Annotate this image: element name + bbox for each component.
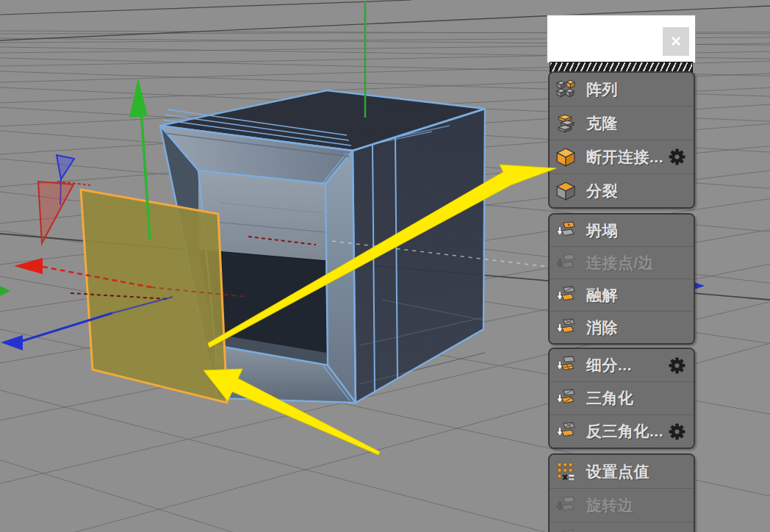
settings-gear-icon[interactable]	[667, 356, 687, 375]
connect-points-edges-icon	[555, 253, 576, 273]
close-icon: ✕	[670, 34, 682, 49]
menu-group-objects: 阵列 克隆 断开连接...	[548, 71, 695, 209]
close-button[interactable]: ✕	[663, 27, 689, 56]
menu-item-triangulate[interactable]: 三角化	[550, 382, 694, 415]
menu-item-partial[interactable]	[550, 522, 694, 532]
menu-item-label: 坍塌	[586, 220, 618, 241]
menu-group-subdivide: 细分... 三角化	[548, 348, 695, 449]
menu-item-untriangulate[interactable]: 反三角化...	[550, 415, 694, 447]
menu-item-collapse[interactable]: 坍塌	[550, 215, 694, 247]
menu-item-label: 细分...	[586, 355, 632, 375]
app-screen: { "search_box": { "value": "", "placehol…	[0, 0, 770, 532]
partial-planes-icon	[555, 529, 576, 532]
split-cube-icon	[555, 181, 576, 201]
menu-item-label: 融解	[586, 285, 618, 306]
selected-polygon-plane[interactable]	[81, 190, 227, 403]
set-point-value-icon	[555, 461, 576, 482]
array-cubes-icon	[555, 79, 576, 100]
menu-item-label: 连接点/边	[586, 253, 654, 273]
menu-item-label: 分裂	[586, 181, 618, 201]
menu-item-label: 设置点值	[586, 461, 650, 482]
subdivide-planes-icon	[555, 355, 576, 375]
menu-item-clone[interactable]: 克隆	[550, 107, 694, 140]
cube-front-right-band	[325, 151, 356, 403]
disconnect-cube-icon	[555, 147, 576, 168]
collapse-planes-icon	[555, 220, 576, 241]
menu-item-subdivide[interactable]: 细分...	[550, 349, 694, 382]
menu-item-disconnect[interactable]: 断开连接...	[550, 140, 694, 174]
menu-item-label: 旋转边	[586, 495, 634, 516]
menu-item-label: 三角化	[586, 388, 634, 409]
menu-item-set-point-value[interactable]: 设置点值	[550, 455, 694, 489]
menu-item-label: 消除	[586, 317, 618, 338]
settings-gear-icon[interactable]	[667, 422, 687, 442]
rotate-edge-icon	[555, 495, 576, 516]
triangulate-planes-icon	[555, 388, 576, 409]
settings-gear-icon[interactable]	[667, 147, 687, 167]
search-box: ✕	[547, 15, 695, 62]
menu-group-points: 设置点值 旋转边	[548, 453, 695, 532]
menu-item-label: 反三角化...	[586, 421, 663, 442]
menu-item-label: 阵列	[586, 79, 618, 100]
search-input[interactable]	[547, 15, 666, 61]
melt-planes-icon	[555, 285, 576, 306]
menu-item-array[interactable]: 阵列	[550, 73, 694, 107]
menu-item-label: 断开连接...	[586, 147, 663, 168]
menu-item-split[interactable]: 分裂	[550, 174, 694, 207]
menu-group-collapse: 坍塌 连接点/边 融解	[548, 213, 695, 345]
menu-item-label: 克隆	[586, 113, 618, 134]
menu-item-rotate-edge[interactable]: 旋转边	[550, 489, 694, 522]
clone-stack-icon	[555, 113, 576, 134]
menu-item-melt[interactable]: 融解	[550, 279, 694, 312]
menu-item-connect-points-edges[interactable]: 连接点/边	[550, 247, 694, 279]
remove-planes-icon	[555, 317, 576, 338]
menu-item-remove[interactable]: 消除	[550, 312, 694, 343]
untriangulate-planes-icon	[555, 421, 576, 442]
